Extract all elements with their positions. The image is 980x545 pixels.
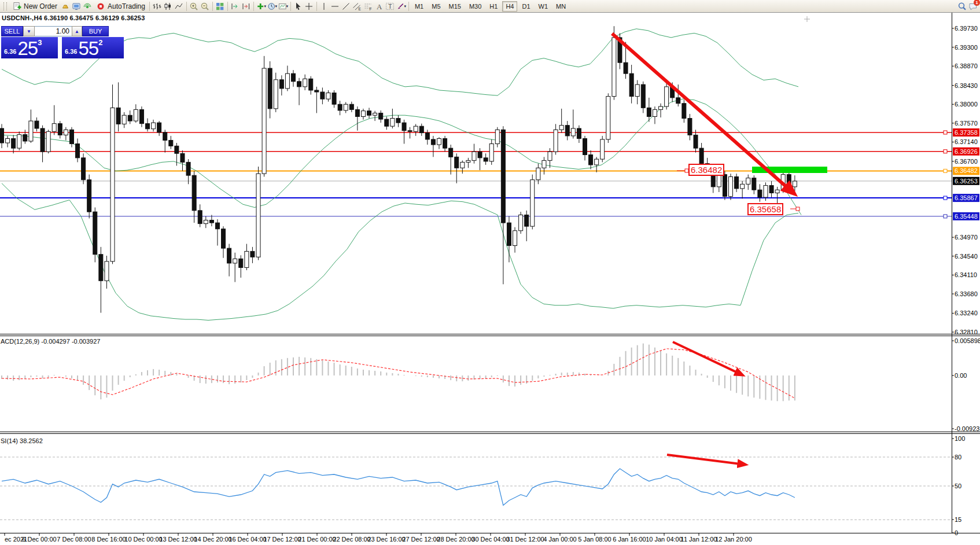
buy-price-box[interactable]: 6.36 55 2 <box>62 37 124 58</box>
svg-text:6.33680: 6.33680 <box>955 290 978 297</box>
svg-text:30 Dec 04:00: 30 Dec 04:00 <box>471 536 509 543</box>
text-label-icon[interactable]: T <box>385 1 395 11</box>
text-icon[interactable]: A <box>374 1 384 11</box>
svg-text:6.36253: 6.36253 <box>955 178 978 185</box>
svg-text:E: E <box>359 6 362 10</box>
macd-indicator-label: ACD(12,26,9) -0.004297 -0.003927 <box>1 338 100 345</box>
svg-text:22 Dec 08:00: 22 Dec 08:00 <box>333 536 370 543</box>
rsi-indicator-label: SI(14) 38.2562 <box>1 437 43 444</box>
sell-price-big: 25 <box>17 39 38 58</box>
candlestick-chart-icon[interactable] <box>163 1 173 11</box>
toolbar-handle[interactable] <box>3 2 7 10</box>
svg-text:31 Dec 12:00: 31 Dec 12:00 <box>506 536 544 543</box>
timeframe-d1[interactable]: D1 <box>518 1 533 12</box>
svg-text:28 Dec 20:00: 28 Dec 20:00 <box>437 536 474 543</box>
zoom-in-icon[interactable] <box>189 1 199 11</box>
svg-text:6.37140: 6.37140 <box>955 138 978 145</box>
fibonacci-icon[interactable]: F <box>363 1 373 11</box>
vertical-line-icon[interactable] <box>319 1 329 11</box>
timeframe-h4[interactable]: H4 <box>502 1 517 12</box>
svg-text:6.39300: 6.39300 <box>955 44 978 51</box>
svg-text:6.38000: 6.38000 <box>955 101 978 108</box>
svg-text:F: F <box>370 7 372 11</box>
svg-text:21 Dec 00:00: 21 Dec 00:00 <box>298 536 336 543</box>
svg-text:6.38870: 6.38870 <box>955 62 978 69</box>
timeframe-m5[interactable]: M5 <box>428 1 444 12</box>
svg-text:17 Dec 12:00: 17 Dec 12:00 <box>263 536 301 543</box>
toolbar-separator <box>408 2 409 11</box>
timeframe-m30[interactable]: M30 <box>466 1 485 12</box>
buy-price-prefix: 6.36 <box>65 48 77 55</box>
sell-price-box[interactable]: 6.36 25 3 <box>1 37 58 58</box>
svg-text:13 Dec 12:00: 13 Dec 12:00 <box>159 536 197 543</box>
trendline-icon[interactable] <box>341 1 351 11</box>
caret-down-icon: ▼ <box>27 29 31 34</box>
autotrading-icon <box>95 1 105 11</box>
dropdown-caret-icon[interactable]: ▾ <box>286 4 288 9</box>
svg-text:6 Jan 16:00: 6 Jan 16:00 <box>613 536 646 543</box>
volume-input[interactable] <box>35 26 72 36</box>
timeframe-h1[interactable]: H1 <box>486 1 501 12</box>
arrows-icon[interactable]: ▾ <box>396 1 406 11</box>
toolbar-separator <box>212 2 213 11</box>
price-annotation-636482[interactable]: 6.36482 <box>688 164 724 176</box>
crosshair-icon[interactable] <box>304 1 314 11</box>
price-annotation-635658[interactable]: 6.35658 <box>747 203 783 215</box>
dropdown-caret-icon[interactable]: ▾ <box>264 4 266 9</box>
indicators-icon[interactable]: ▾ <box>256 1 266 11</box>
svg-text:100: 100 <box>955 435 965 442</box>
buy-price-pip: 2 <box>98 38 102 47</box>
zoom-out-icon[interactable] <box>200 1 210 11</box>
autotrading-button[interactable]: AutoTrading <box>93 1 148 12</box>
svg-text:23 Dec 16:00: 23 Dec 16:00 <box>367 536 405 543</box>
templates-icon[interactable]: ▾ <box>278 1 288 11</box>
svg-text:4 Jan 00:00: 4 Jan 00:00 <box>543 536 577 543</box>
bar-chart-icon[interactable] <box>152 1 162 11</box>
svg-text:A: A <box>377 2 382 10</box>
svg-text:10 Jan 04:00: 10 Jan 04:00 <box>646 536 683 543</box>
svg-text:16 Dec 04:00: 16 Dec 04:00 <box>229 536 266 543</box>
horizontal-line-icon[interactable] <box>330 1 340 11</box>
auto-scroll-icon[interactable] <box>230 1 240 11</box>
timeframe-m15[interactable]: M15 <box>445 1 465 12</box>
timeframe-w1[interactable]: W1 <box>535 1 552 12</box>
chat-icon[interactable]: 1 <box>968 1 978 11</box>
svg-text:50: 50 <box>955 483 961 489</box>
buy-button[interactable]: BUY <box>82 26 109 36</box>
buy-price-big: 55 <box>78 39 98 58</box>
notification-badge: 1 <box>974 0 980 6</box>
dropdown-caret-icon[interactable]: ▾ <box>275 4 277 9</box>
signals-icon[interactable] <box>82 1 92 11</box>
sell-button[interactable]: SELL <box>1 26 23 36</box>
volume-increase-button[interactable]: ▲ <box>72 26 82 36</box>
svg-text:7 Dec 08:00: 7 Dec 08:00 <box>57 536 91 543</box>
svg-text:6.33240: 6.33240 <box>955 310 978 316</box>
toolbar-separator <box>316 2 317 11</box>
chart-shift-icon[interactable] <box>241 1 251 11</box>
chart-canvas[interactable]: 6.397306.393006.388706.384306.380006.375… <box>0 0 980 545</box>
svg-text:6.39730: 6.39730 <box>955 25 978 32</box>
svg-text:12 Jan 20:00: 12 Jan 20:00 <box>715 536 752 543</box>
experts-icon[interactable] <box>71 1 81 11</box>
toolbar-separator <box>253 2 254 11</box>
svg-text:-0.009232: -0.009232 <box>955 425 980 432</box>
timeframe-mn[interactable]: MN <box>552 1 569 12</box>
toolbar-separator <box>149 2 150 11</box>
tile-windows-icon[interactable] <box>215 1 225 11</box>
dropdown-caret-icon[interactable]: ▾ <box>404 4 406 9</box>
svg-text:6.36926: 6.36926 <box>955 148 978 155</box>
timeframe-m1[interactable]: M1 <box>411 1 427 12</box>
market-gold-icon[interactable] <box>60 1 70 11</box>
timeframe-group: M1M5M15M30H1H4D1W1MN <box>411 1 570 12</box>
search-icon[interactable] <box>957 1 967 11</box>
toolbar-separator <box>227 2 228 11</box>
toolbar: New OrderAutoTrading▾▾▾EFAT▾M1M5M15M30H1… <box>0 0 980 13</box>
equidistant-channel-icon[interactable]: E <box>352 1 362 11</box>
svg-text:6.32810: 6.32810 <box>955 329 978 336</box>
cursor-icon[interactable] <box>293 1 303 11</box>
svg-text:6 Dec 00:00: 6 Dec 00:00 <box>22 536 56 543</box>
volume-decrease-button[interactable]: ▼ <box>23 26 35 36</box>
new-order-button[interactable]: New Order <box>9 1 60 12</box>
line-chart-icon[interactable] <box>174 1 184 11</box>
periods-icon[interactable]: ▾ <box>267 1 277 11</box>
